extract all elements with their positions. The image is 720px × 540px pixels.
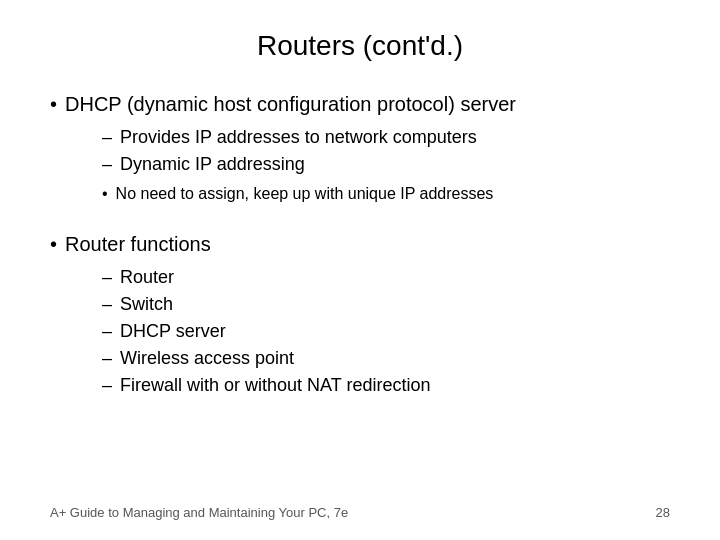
sub-sub-dot-1: • bbox=[102, 182, 108, 206]
sub-sub-bullet-no-need-text: No need to assign, keep up with unique I… bbox=[116, 182, 494, 206]
sub-sub-bullet-no-need: • No need to assign, keep up with unique… bbox=[102, 182, 670, 206]
slide: Routers (cont'd.) • DHCP (dynamic host c… bbox=[0, 0, 720, 540]
sub-bullet-firewall-text: Firewall with or without NAT redirection bbox=[120, 372, 430, 399]
dash-5: – bbox=[102, 318, 112, 345]
sub-bullet-wireless: – Wireless access point bbox=[102, 345, 670, 372]
footer-left: A+ Guide to Managing and Maintaining You… bbox=[50, 505, 348, 520]
content-area: • DHCP (dynamic host configuration proto… bbox=[50, 90, 670, 495]
dash-1: – bbox=[102, 124, 112, 151]
sub-bullet-provides: – Provides IP addresses to network compu… bbox=[102, 124, 670, 151]
sub-bullet-dynamic: – Dynamic IP addressing bbox=[102, 151, 670, 178]
bullet-dot-2: • bbox=[50, 230, 57, 258]
main-bullet-router: • Router functions bbox=[50, 230, 670, 258]
dash-6: – bbox=[102, 345, 112, 372]
dhcp-sub-sub-bullets: • No need to assign, keep up with unique… bbox=[102, 182, 670, 206]
sub-bullet-router-text: Router bbox=[120, 264, 174, 291]
dash-7: – bbox=[102, 372, 112, 399]
sub-bullet-switch-text: Switch bbox=[120, 291, 173, 318]
sub-bullet-wireless-text: Wireless access point bbox=[120, 345, 294, 372]
router-sub-bullets: – Router – Switch – DHCP server – Wirele… bbox=[102, 264, 670, 399]
bullet-dot-1: • bbox=[50, 90, 57, 118]
dash-2: – bbox=[102, 151, 112, 178]
sub-bullet-provides-text: Provides IP addresses to network compute… bbox=[120, 124, 477, 151]
dash-3: – bbox=[102, 264, 112, 291]
sub-bullet-dhcp-server: – DHCP server bbox=[102, 318, 670, 345]
sub-bullet-router: – Router bbox=[102, 264, 670, 291]
sub-bullet-switch: – Switch bbox=[102, 291, 670, 318]
footer-right: 28 bbox=[656, 505, 670, 520]
slide-title: Routers (cont'd.) bbox=[50, 30, 670, 62]
dash-4: – bbox=[102, 291, 112, 318]
sub-bullet-dhcp-server-text: DHCP server bbox=[120, 318, 226, 345]
sub-bullet-dynamic-text: Dynamic IP addressing bbox=[120, 151, 305, 178]
main-bullet-router-text: Router functions bbox=[65, 230, 211, 258]
slide-footer: A+ Guide to Managing and Maintaining You… bbox=[50, 495, 670, 520]
sub-bullet-firewall: – Firewall with or without NAT redirecti… bbox=[102, 372, 670, 399]
main-bullet-dhcp: • DHCP (dynamic host configuration proto… bbox=[50, 90, 670, 118]
dhcp-sub-bullets: – Provides IP addresses to network compu… bbox=[102, 124, 670, 178]
main-bullet-dhcp-text: DHCP (dynamic host configuration protoco… bbox=[65, 90, 516, 118]
